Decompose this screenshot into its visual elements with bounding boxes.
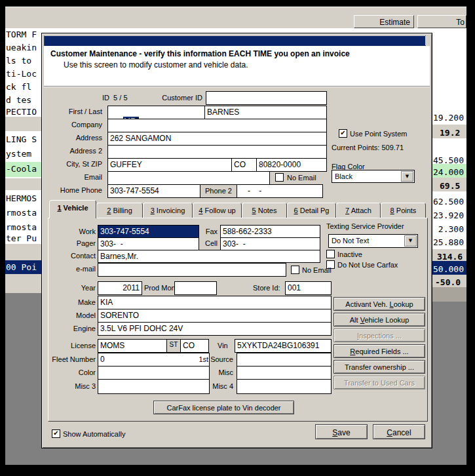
column-header-estimate[interactable]: Estimate (354, 15, 414, 28)
dropdown-button[interactable]: ▼ (401, 171, 413, 182)
no-email-label[interactable]: No Email (287, 174, 316, 182)
phone2-label: Phone 2 (200, 184, 237, 198)
zip-field[interactable]: 80820-0000 (256, 158, 327, 172)
bg-client-bottom (5, 447, 466, 465)
list-cell[interactable]: ter Pu (6, 233, 37, 243)
company-field[interactable] (107, 119, 327, 132)
show-automatically-checkbox[interactable]: ✔ (52, 429, 60, 438)
bg-list-left: TORM F ueakin ls to ti-Loc ck fl d tes P… (5, 28, 41, 465)
dialog-header-band: Customer Maintenance - verify this infor… (44, 46, 430, 86)
list-cell[interactable]: 62.500 (433, 197, 464, 207)
address2-field[interactable] (107, 145, 327, 159)
list-cell-selected[interactable]: 00 Poi (6, 262, 37, 272)
list-cell[interactable]: LING S (6, 134, 37, 144)
titlebar-corner-button[interactable] (425, 36, 430, 45)
city-field[interactable]: GUFFEY (107, 158, 232, 172)
cancel-button[interactable]: Cancel (373, 424, 425, 439)
list-cell[interactable]: ck fl (6, 82, 31, 92)
checkmark-icon: ✔ (340, 129, 345, 136)
chevron-down-icon: ▼ (406, 174, 409, 179)
list-cell[interactable]: ls to (6, 56, 31, 66)
address-label: Address (42, 134, 102, 142)
phone2-field[interactable]: - - (237, 184, 323, 198)
tab-points[interactable]: 8 Points (381, 203, 426, 218)
selected-row[interactable]: 50.000 (432, 261, 466, 275)
company-label: Company (42, 121, 102, 129)
list-cell: 24.000 (433, 167, 464, 177)
flag-color-select[interactable]: Black ▼ (332, 170, 415, 183)
column-header-total[interactable]: To (417, 15, 466, 28)
list-cell[interactable]: d tes (6, 95, 31, 105)
list-cell: -50.0 (435, 277, 461, 287)
total-row[interactable]: 19.2 (432, 125, 466, 138)
divider (44, 86, 430, 87)
use-point-system-label[interactable]: Use Point System (350, 130, 407, 138)
address-field[interactable]: 262 SANGAMON (107, 132, 327, 146)
total-row[interactable]: 69.5 (432, 178, 466, 191)
tab-billing[interactable]: 2 Billing (96, 203, 143, 218)
bg-list-right: 19.200 19.2 45.500 24.000 69.5 62.500 23… (432, 28, 466, 465)
dialog-subtitle: Use this screen to modify customer and v… (64, 60, 248, 69)
last-name-field[interactable]: BARNES (204, 106, 327, 119)
address2-label: Address 2 (42, 147, 102, 155)
list-cell: 19.2 (440, 128, 460, 138)
bg-client-area (432, 302, 466, 465)
current-points-label: Current Points: 509.71 (332, 144, 404, 151)
flag-color-value: Black (335, 172, 352, 180)
list-cell: 314.6 (437, 252, 463, 262)
customer-id-field[interactable] (206, 91, 327, 105)
tab-follow-up[interactable]: 4 Follow up (193, 203, 242, 218)
first-last-label: First / Last (42, 108, 102, 115)
no-email-checkbox[interactable] (275, 173, 284, 182)
list-cell[interactable]: 2.300 (433, 224, 464, 234)
list-cell: 69.5 (440, 181, 460, 191)
state-field[interactable]: CO (231, 158, 257, 172)
screen: Estimate To TORM F ueakin ls to ti-Loc c… (0, 0, 475, 476)
bg-grid-header: Estimate To (5, 15, 466, 28)
total-row[interactable]: 314.6 (432, 249, 466, 261)
list-cell[interactable]: ti-Loc (6, 69, 37, 79)
list-cell[interactable]: rmosta (6, 222, 37, 232)
highlight-row-green[interactable]: 24.000 (432, 164, 466, 178)
record-id-label: ID 5 / 5 (102, 94, 128, 102)
tab-notes[interactable]: 5 Notes (242, 203, 287, 218)
list-footer-band (432, 287, 466, 302)
customer-maintenance-dialog: Customer Maintenance - verify this infor… (41, 33, 432, 448)
list-cell[interactable]: PECTIO (6, 107, 37, 117)
first-name-field[interactable]: MR. (107, 106, 205, 119)
checkmark-icon: ✔ (53, 429, 58, 437)
tab-attach[interactable]: 7 Attach (336, 203, 381, 218)
home-phone-field[interactable]: 303-747-5554 (107, 184, 200, 198)
email-field[interactable] (107, 171, 270, 185)
dialog-titlebar[interactable] (44, 35, 426, 47)
customer-id-label: Customer ID (140, 94, 202, 102)
list-cell[interactable]: rmosta (6, 208, 37, 218)
list-cell[interactable]: 25.880 (433, 237, 464, 247)
list-cell[interactable]: 19.200 (433, 113, 464, 123)
list-cell[interactable]: -Coola (6, 164, 37, 174)
dialog-title: Customer Maintenance - verify this infor… (50, 49, 350, 58)
email-label: Email (42, 173, 102, 181)
bg-client-area (5, 293, 41, 465)
list-cell[interactable]: 23.920 (433, 210, 464, 220)
tab-detail-pg[interactable]: 6 Detail Pg (287, 203, 336, 218)
list-cell[interactable]: HERMOS (6, 193, 37, 203)
tab-invoicing[interactable]: 3 Invoicing (143, 203, 193, 218)
list-cell[interactable]: ystem (6, 149, 31, 159)
list-cell[interactable]: TORM F (6, 30, 37, 39)
vehicle-tab-page (48, 218, 428, 422)
city-st-zip-label: City, St ZIP (42, 160, 102, 168)
home-phone-label: Home Phone (42, 186, 102, 194)
bg-toolbar (5, 7, 466, 16)
list-cell[interactable]: ueakin (6, 43, 37, 52)
tab-vehicle[interactable]: 1 Vehicle (49, 200, 96, 218)
total-row[interactable]: -50.0 (432, 275, 466, 287)
save-button[interactable]: Save (315, 424, 368, 439)
list-cell-selected: 50.000 (433, 264, 464, 274)
use-point-system-checkbox[interactable]: ✔ (339, 129, 347, 138)
show-automatically-label[interactable]: Show Automatically (63, 430, 125, 438)
